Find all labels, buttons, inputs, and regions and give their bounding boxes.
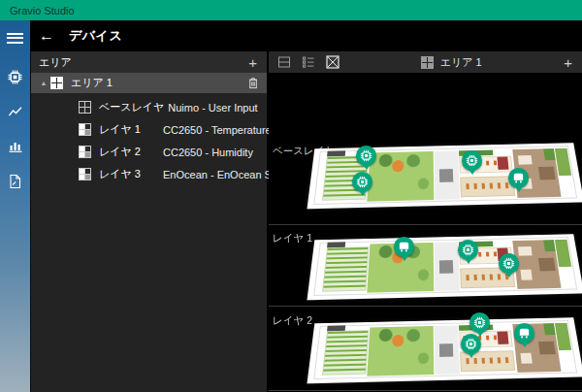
- device-marker-chip[interactable]: [356, 146, 376, 172]
- device-marker-chip[interactable]: [461, 334, 481, 360]
- floorplan-image[interactable]: [311, 235, 579, 297]
- hamburger-icon: [7, 33, 23, 44]
- layer-name: レイヤ 1: [99, 122, 159, 137]
- marker-circle: [462, 150, 482, 171]
- marker-pointer: [363, 164, 371, 170]
- layer-device: CC2650 - Humidity: [163, 147, 253, 158]
- layer-name: レイヤ 2: [99, 145, 159, 159]
- chip-icon: [461, 243, 475, 257]
- bar-chart-icon: [8, 139, 23, 154]
- split-view-icon: [277, 55, 291, 69]
- add-layer-button[interactable]: +: [562, 55, 574, 70]
- chip-icon: [464, 337, 478, 351]
- marker-circle: [458, 240, 478, 260]
- nav-sidebar: [0, 20, 30, 392]
- page-title: デバイス: [69, 27, 122, 45]
- area-grid-gray-icon: [421, 56, 434, 69]
- chip-icon: [359, 148, 373, 163]
- layer-grid-partial-icon: [79, 168, 91, 180]
- layer-section-2: レイヤ 2: [269, 307, 582, 391]
- device-marker-nuimo[interactable]: [508, 168, 529, 194]
- page-navbar: ← デバイス: [30, 20, 582, 51]
- canvas-area-selector[interactable]: エリア 1: [340, 55, 562, 70]
- marker-pointer: [465, 258, 472, 264]
- marker-circle: [352, 172, 372, 192]
- sidebar-item-devices[interactable]: [0, 62, 30, 91]
- device-marker-chip[interactable]: [352, 172, 372, 198]
- expander-icon[interactable]: ▲: [37, 80, 50, 86]
- chip-icon: [472, 315, 487, 330]
- back-button[interactable]: ←: [30, 27, 63, 45]
- device-marker-nuimo[interactable]: [514, 323, 534, 349]
- marker-circle: [394, 237, 414, 257]
- list-view-icon: [302, 55, 315, 69]
- layer-device: Nuimo - User Input: [168, 102, 257, 114]
- marker-circle: [461, 334, 481, 354]
- gravio-studio-window: Gravio Studio: [0, 0, 582, 392]
- layer-section-1: レイヤ 1: [269, 225, 582, 307]
- marker-pointer: [521, 342, 529, 347]
- marker-circle: [508, 168, 529, 188]
- area-tree-panel: エリア + ▲ エリア 1 ベースレイヤ Nuimo - User In: [30, 51, 269, 392]
- chip-icon: [355, 175, 370, 189]
- marker-circle: [499, 253, 519, 274]
- nuimo-device-icon: [511, 171, 526, 185]
- layer-name: レイヤ 3: [99, 167, 159, 181]
- marker-pointer: [515, 186, 523, 192]
- chip-icon: [465, 153, 479, 168]
- delete-area-button[interactable]: [245, 76, 261, 91]
- sidebar-item-stats[interactable]: [0, 132, 30, 161]
- floorplan-canvas: [307, 317, 582, 383]
- tree-node-layer-3[interactable]: レイヤ 3 EnOcean - EnOcean STM 429J: [31, 163, 267, 185]
- chip-icon: [501, 256, 516, 271]
- layer-list: ベースレイヤ Nuimo - User Input レイヤ 1 CC2650 -…: [31, 93, 267, 185]
- tree-node-layer-1[interactable]: レイヤ 1 CC2650 - Temperature: [31, 118, 267, 141]
- device-marker-nuimo[interactable]: [394, 237, 414, 263]
- nuimo-device-icon: [517, 326, 532, 341]
- area-name: エリア 1: [71, 76, 245, 90]
- area-panel-header: エリア +: [31, 51, 267, 73]
- layer-section-label: レイヤ 2: [273, 314, 312, 328]
- layer-canvas-panel: エリア 1 + ベースレイヤ: [269, 51, 582, 392]
- marker-pointer: [469, 169, 476, 175]
- device-marker-chip[interactable]: [462, 150, 482, 177]
- canvas-area-label: エリア 1: [440, 55, 482, 70]
- sidebar-item-logs[interactable]: [0, 167, 30, 196]
- layer-grid-partial-icon: [79, 123, 91, 136]
- layer-device: CC2650 - Temperature: [163, 124, 272, 136]
- marker-circle: [514, 323, 534, 343]
- marker-circle: [356, 146, 376, 166]
- floorplan-canvas: [307, 143, 582, 209]
- document-icon: [8, 174, 22, 189]
- tree-node-area-1[interactable]: ▲ エリア 1: [31, 73, 267, 93]
- app-title: Gravio Studio: [10, 5, 75, 16]
- list-view-button[interactable]: [301, 54, 316, 70]
- trend-chart-icon: [8, 104, 23, 119]
- marker-pointer: [401, 255, 408, 261]
- device-marker-chip[interactable]: [499, 253, 519, 279]
- tree-node-base-layer[interactable]: ベースレイヤ Nuimo - User Input: [31, 96, 267, 118]
- hamburger-menu-button[interactable]: [0, 23, 30, 52]
- layer-name: ベースレイヤ: [99, 100, 164, 114]
- sidebar-item-trend[interactable]: [0, 97, 30, 126]
- area-panel-title: エリア: [39, 55, 246, 70]
- canvas-toolbar: エリア 1 +: [269, 51, 582, 73]
- floorplan-canvas: [307, 234, 582, 300]
- add-area-button[interactable]: +: [246, 55, 259, 70]
- device-chip-icon: [7, 69, 23, 85]
- layer-grid-outline-icon: [79, 101, 91, 114]
- window-titlebar: Gravio Studio: [0, 0, 582, 20]
- floorplan-image[interactable]: [311, 318, 579, 380]
- no-image-icon: [326, 55, 340, 69]
- layer-grid-partial-icon: [79, 146, 91, 158]
- area-grid-icon: [50, 77, 63, 89]
- marker-pointer: [468, 352, 475, 358]
- tree-node-layer-2[interactable]: レイヤ 2 CC2650 - Humidity: [31, 141, 267, 163]
- marker-pointer: [359, 190, 367, 196]
- split-view-button[interactable]: [276, 54, 292, 70]
- marker-pointer: [505, 272, 513, 278]
- layer-section-label: レイヤ 1: [273, 232, 312, 245]
- device-marker-chip[interactable]: [458, 240, 478, 266]
- no-image-view-button[interactable]: [325, 54, 340, 70]
- marker-circle: [469, 312, 490, 333]
